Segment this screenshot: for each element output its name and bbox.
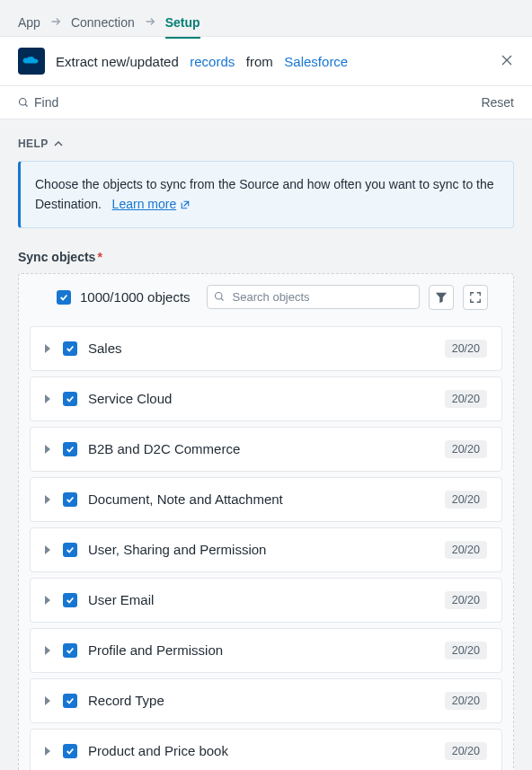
close-icon[interactable] [500, 52, 514, 70]
fullscreen-icon [469, 291, 482, 304]
object-checkbox[interactable] [63, 543, 77, 557]
object-count-badge: 20/20 [445, 491, 487, 509]
learn-more-label: Learn more [112, 194, 177, 214]
object-name: Document, Note and Attachment [88, 491, 434, 507]
required-marker: * [97, 250, 102, 264]
help-toggle[interactable]: HELP [18, 137, 514, 150]
page-title: Extract new/updated records from Salesfo… [56, 54, 489, 69]
title-source-link[interactable]: Salesforce [284, 54, 348, 69]
title-prefix: Extract new/updated [56, 54, 179, 69]
object-name: Profile and Permission [88, 642, 434, 658]
breadcrumb-setup[interactable]: Setup [165, 15, 200, 39]
object-count-badge: 20/20 [445, 541, 487, 559]
object-count-badge: 20/20 [445, 440, 487, 458]
object-checkbox[interactable] [63, 341, 77, 356]
arrow-right-icon [49, 15, 62, 31]
chevron-up-icon [54, 139, 63, 148]
help-text: Choose the objects to sync from the Sour… [35, 177, 494, 211]
object-row[interactable]: Service Cloud20/20 [30, 376, 502, 421]
chevron-right-icon [45, 744, 52, 758]
help-box: Choose the objects to sync from the Sour… [18, 161, 514, 228]
object-name: B2B and D2C Commerce [88, 441, 434, 456]
object-count-badge: 20/20 [445, 390, 487, 408]
object-count-badge: 20/20 [445, 742, 487, 760]
object-count-badge: 20/20 [445, 340, 487, 358]
object-checkbox[interactable] [63, 744, 77, 758]
search-objects-input[interactable] [207, 285, 420, 309]
search-icon [214, 290, 225, 305]
object-count-badge: 20/20 [445, 591, 487, 609]
object-row[interactable]: Record Type20/20 [30, 678, 502, 723]
find-label: Find [34, 95, 58, 110]
chevron-right-icon [45, 694, 52, 708]
filter-icon [435, 291, 448, 304]
chevron-right-icon [45, 643, 52, 658]
object-name: User Email [88, 592, 434, 607]
arrow-right-icon [144, 15, 156, 31]
breadcrumb-connection[interactable]: Connection [71, 15, 135, 30]
svg-point-0 [20, 99, 27, 106]
chevron-right-icon [45, 492, 52, 507]
select-all-checkbox[interactable] [57, 290, 71, 305]
object-count-badge: 20/20 [445, 692, 487, 710]
chevron-right-icon [45, 593, 52, 607]
title-middle: from [246, 54, 273, 69]
title-records-link[interactable]: records [190, 54, 235, 69]
chevron-right-icon [45, 392, 52, 406]
object-row[interactable]: B2B and D2C Commerce20/20 [30, 427, 502, 472]
object-checkbox[interactable] [63, 392, 77, 406]
chevron-right-icon [45, 341, 52, 356]
chevron-right-icon [45, 442, 52, 456]
object-count-badge: 20/20 [445, 642, 487, 659]
selected-count: 1000/1000 objects [80, 289, 191, 305]
reset-button[interactable]: Reset [481, 95, 514, 110]
object-name: Product and Price book [88, 743, 434, 758]
find-button[interactable]: Find [18, 95, 58, 110]
sync-objects-container: 1000/1000 objects Sales20/20Service Clou… [18, 273, 514, 770]
object-row[interactable]: Document, Note and Attachment20/20 [30, 477, 502, 522]
object-name: Record Type [88, 693, 434, 708]
title-bar: Extract new/updated records from Salesfo… [0, 36, 532, 86]
object-name: Service Cloud [88, 391, 434, 406]
filter-button[interactable] [429, 285, 454, 310]
external-link-icon [180, 199, 191, 210]
sync-objects-label: Sync objects* [18, 250, 514, 264]
chevron-right-icon [45, 543, 52, 557]
object-name: Sales [88, 341, 434, 356]
object-row[interactable]: Sales20/20 [30, 326, 502, 371]
toolbar: Find Reset [0, 86, 532, 119]
object-checkbox[interactable] [63, 694, 77, 708]
salesforce-app-icon [18, 48, 45, 75]
object-checkbox[interactable] [63, 442, 77, 456]
object-checkbox[interactable] [63, 492, 77, 507]
help-label: HELP [18, 137, 49, 150]
sync-header: 1000/1000 objects [30, 285, 502, 321]
object-name: User, Sharing and Permission [88, 542, 434, 557]
object-row[interactable]: User Email20/20 [30, 578, 502, 623]
object-row[interactable]: Product and Price book20/20 [30, 729, 502, 770]
object-checkbox[interactable] [63, 643, 77, 658]
breadcrumb: App Connection Setup [0, 0, 532, 36]
object-checkbox[interactable] [63, 593, 77, 607]
breadcrumb-app[interactable]: App [18, 15, 40, 30]
object-row[interactable]: User, Sharing and Permission20/20 [30, 527, 502, 572]
learn-more-link[interactable]: Learn more [112, 194, 191, 214]
fullscreen-button[interactable] [463, 285, 488, 310]
svg-point-1 [215, 292, 222, 299]
object-row[interactable]: Profile and Permission20/20 [30, 628, 502, 673]
